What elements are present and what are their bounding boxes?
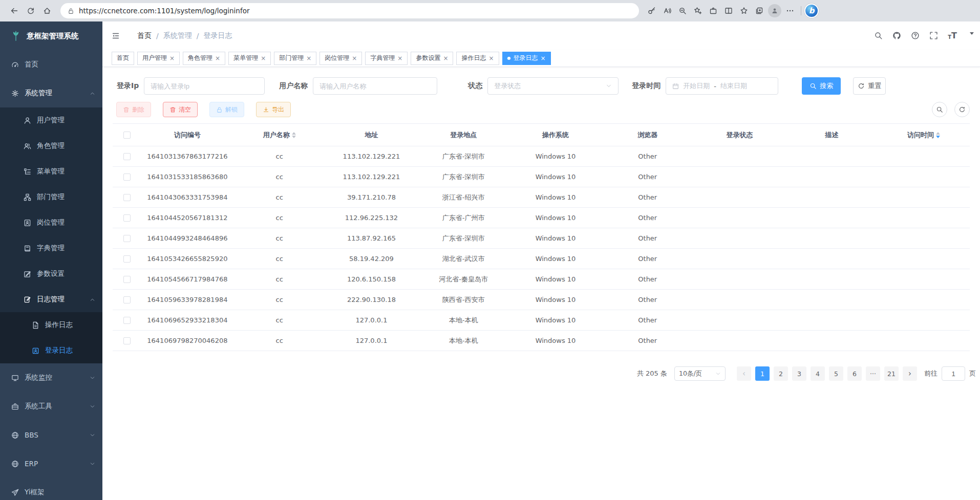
search-button[interactable]: 搜索 <box>802 77 841 95</box>
row-checkbox[interactable] <box>123 296 131 303</box>
date-range-picker[interactable]: 开始日期 - 结束日期 <box>666 77 778 95</box>
sort-asc-icon[interactable] <box>292 132 296 135</box>
row-checkbox[interactable] <box>123 194 131 201</box>
close-icon[interactable]: × <box>488 55 494 62</box>
select-all-checkbox[interactable] <box>123 132 131 139</box>
tab-label[interactable]: 用户管理 <box>142 54 167 62</box>
sidebar-item[interactable]: 部门管理 <box>0 184 102 210</box>
row-checkbox[interactable] <box>123 255 131 263</box>
favorites-icon[interactable] <box>736 3 752 18</box>
collections-icon[interactable] <box>752 3 767 18</box>
url-text[interactable]: https://ccnetcore.com:1101/system/log/lo… <box>79 7 249 15</box>
page-number-button[interactable]: 3 <box>792 366 806 381</box>
sidebar-item[interactable]: 菜单管理 <box>0 159 102 184</box>
table-row[interactable]: 1641043063331753984 cc 39.171.210.78 浙江省… <box>113 187 970 208</box>
sort-carets[interactable] <box>936 132 940 138</box>
key-icon[interactable] <box>644 3 659 18</box>
sort-desc-icon[interactable] <box>292 136 296 138</box>
page-tab[interactable]: 参数设置 × <box>411 52 453 65</box>
split-screen-icon[interactable] <box>721 3 736 18</box>
goto-page-input[interactable] <box>942 366 965 381</box>
page-number-button[interactable]: 1 <box>755 366 770 381</box>
profile-icon[interactable] <box>767 3 782 18</box>
start-date-placeholder[interactable]: 开始日期 <box>683 81 710 91</box>
tab-label[interactable]: 字典管理 <box>370 54 395 62</box>
tab-label[interactable]: 菜单管理 <box>233 54 258 62</box>
login-ip-input[interactable] <box>144 77 265 95</box>
sidebar-item[interactable]: 首页 <box>0 50 102 79</box>
sidebar-item[interactable]: 系统监控 <box>0 363 102 392</box>
table-row[interactable]: 1641059633978281984 cc 222.90.130.18 陕西省… <box>113 290 970 310</box>
page-tab[interactable]: ● 登录日志 × <box>502 52 551 65</box>
home-icon[interactable] <box>39 3 55 19</box>
sidebar-item[interactable]: 用户管理 <box>0 107 102 133</box>
row-checkbox[interactable] <box>123 235 131 242</box>
row-checkbox[interactable] <box>123 337 131 344</box>
end-date-placeholder[interactable]: 结束日期 <box>720 81 747 91</box>
back-icon[interactable] <box>6 3 23 19</box>
search-icon[interactable] <box>874 31 883 40</box>
table-row[interactable]: 1641054566717984768 cc 120.6.150.158 河北省… <box>113 269 970 290</box>
sort-carets[interactable] <box>292 132 296 138</box>
page-number-button[interactable]: 4 <box>811 366 825 381</box>
row-checkbox[interactable] <box>123 214 131 222</box>
tab-label[interactable]: 登录日志 <box>513 54 538 62</box>
tab-label[interactable]: 岗位管理 <box>325 54 349 62</box>
sort-desc-icon[interactable] <box>936 136 940 138</box>
table-row[interactable]: 1641053426655825920 cc 58.19.42.209 湖北省-… <box>113 249 970 269</box>
table-row[interactable]: 1641031367863177216 cc 113.102.129.221 广… <box>113 146 970 167</box>
table-row[interactable]: 1641069798270046208 cc 127.0.0.1 本地-本机 W… <box>113 331 970 351</box>
tab-label[interactable]: 角色管理 <box>188 54 212 62</box>
row-checkbox[interactable] <box>123 317 131 324</box>
sidebar-item[interactable]: 参数设置 <box>0 261 102 287</box>
fullscreen-icon[interactable] <box>929 31 938 40</box>
read-aloud-icon[interactable] <box>659 3 675 18</box>
row-checkbox[interactable] <box>123 173 131 181</box>
close-icon[interactable]: × <box>352 55 357 62</box>
page-size-select[interactable]: 10条/页 <box>674 366 726 381</box>
close-icon[interactable]: × <box>443 55 448 62</box>
close-icon[interactable]: × <box>169 55 175 62</box>
page-number-button[interactable]: 21 <box>884 366 899 381</box>
sidebar-item[interactable]: 角色管理 <box>0 133 102 159</box>
page-tab[interactable]: 菜单管理 × <box>228 52 271 65</box>
breadcrumb-item[interactable]: 首页 <box>128 31 152 40</box>
sidebar-item[interactable]: 系统管理 <box>0 79 102 107</box>
sidebar-item[interactable]: 字典管理 <box>0 235 102 261</box>
page-tab[interactable]: 角色管理 × <box>183 52 225 65</box>
reset-button[interactable]: 重置 <box>853 77 886 95</box>
refresh-table-button[interactable] <box>954 102 970 117</box>
page-number-button[interactable]: 5 <box>829 366 843 381</box>
collapse-sidebar-icon[interactable] <box>112 32 120 40</box>
page-number-button[interactable]: ··· <box>866 366 880 381</box>
show-search-button[interactable] <box>932 102 947 117</box>
tab-label[interactable]: 操作日志 <box>461 54 486 62</box>
url-bar[interactable]: https://ccnetcore.com:1101/system/log/lo… <box>60 3 639 18</box>
breadcrumb-item[interactable]: / 登录日志 <box>192 31 232 40</box>
font-size-icon[interactable]: TT <box>948 32 957 40</box>
sidebar-item[interactable]: 日志管理 <box>0 287 102 312</box>
tab-label[interactable]: 首页 <box>117 54 129 62</box>
page-tab[interactable]: 操作日志 × <box>456 52 499 65</box>
github-icon[interactable] <box>892 31 901 40</box>
sidebar-item[interactable]: 岗位管理 <box>0 210 102 235</box>
sidebar-item[interactable]: 操作日志 <box>0 312 102 338</box>
zoom-out-icon[interactable] <box>675 3 690 18</box>
page-tab[interactable]: 岗位管理 × <box>319 52 362 65</box>
status-select[interactable]: 登录状态 <box>487 77 619 95</box>
close-icon[interactable]: × <box>540 55 545 62</box>
sidebar-item[interactable]: Yi框架 <box>0 478 102 500</box>
sidebar-item[interactable]: BBS <box>0 421 102 449</box>
sidebar-item[interactable]: 系统工具 <box>0 392 102 421</box>
more-icon[interactable] <box>782 3 798 18</box>
breadcrumb-item[interactable]: / 系统管理 <box>152 31 192 40</box>
close-icon[interactable]: × <box>306 55 311 62</box>
page-tab[interactable]: 用户管理 × <box>137 52 180 65</box>
page-tab[interactable]: 首页 <box>112 52 134 65</box>
page-number-button[interactable]: 6 <box>847 366 862 381</box>
sort-asc-icon[interactable] <box>936 132 940 135</box>
export-button[interactable]: 导出 <box>256 102 291 117</box>
tab-label[interactable]: 参数设置 <box>416 54 440 62</box>
next-page-button[interactable]: › <box>903 366 917 381</box>
table-row[interactable]: 1641044993248464896 cc 113.87.92.165 广东省… <box>113 228 970 249</box>
